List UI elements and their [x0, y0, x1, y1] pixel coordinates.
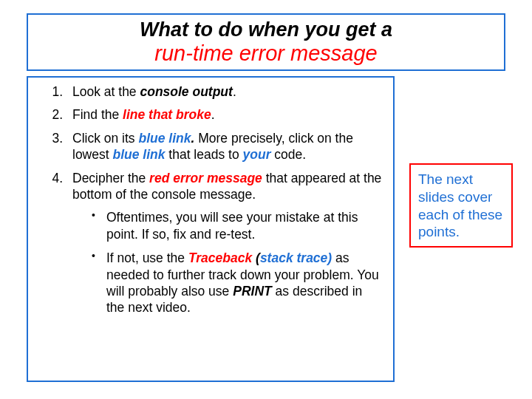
emphasis-line-that-broke: line that broke — [123, 107, 211, 122]
emphasis-console-output: console output — [140, 84, 232, 99]
title-line2: run-time error message — [154, 41, 377, 66]
emphasis-blue-link-1: blue link — [138, 131, 191, 146]
emphasis-stack-trace: stack trace) — [260, 250, 332, 265]
title-line1: What to do when you get a — [140, 18, 392, 41]
sub-list: Oftentimes, you will see your mistake at… — [72, 209, 383, 316]
step-2: Find the line that broke. — [66, 106, 383, 123]
step-3: Click on its blue link. More precisely, … — [66, 130, 383, 163]
title-box: What to do when you get a run-time error… — [27, 13, 505, 71]
emphasis-traceback: Traceback — [188, 250, 256, 265]
emphasis-your: your — [243, 147, 271, 162]
sub-item-1: Oftentimes, you will see your mistake at… — [89, 209, 383, 242]
emphasis-blue-link-2: blue link — [112, 147, 165, 162]
sub-item-2: If not, use the Traceback (stack trace) … — [89, 250, 383, 316]
step-1: Look at the console output. — [66, 83, 383, 100]
steps-list: Look at the console output. Find the lin… — [34, 83, 383, 316]
emphasis-red-error-message: red error message — [149, 171, 262, 185]
main-content-box: Look at the console output. Find the lin… — [27, 76, 395, 382]
step-4: Decipher the red error message that appe… — [66, 170, 383, 316]
side-note-text: The next slides cover each of these poin… — [418, 171, 502, 239]
side-note-box: The next slides cover each of these poin… — [409, 163, 513, 248]
emphasis-print: PRINT — [233, 284, 272, 299]
